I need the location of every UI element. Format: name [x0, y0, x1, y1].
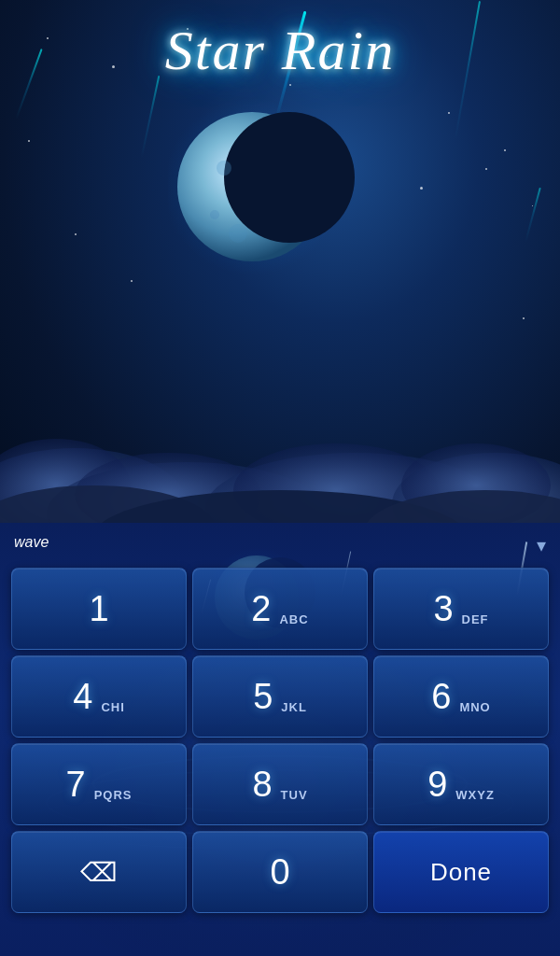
svg-point-6: [229, 224, 247, 243]
key-backspace[interactable]: ⌫: [11, 831, 187, 913]
star: [523, 317, 525, 319]
app-title: Star Rain: [0, 19, 560, 83]
star: [75, 233, 77, 235]
key-6[interactable]: 6 MNO: [373, 655, 549, 738]
star: [131, 280, 133, 282]
key-7[interactable]: 7 PQRS: [11, 743, 187, 825]
key-0[interactable]: 0: [192, 831, 368, 913]
key-done[interactable]: Done: [373, 831, 549, 913]
app: Star Rain: [0, 0, 560, 956]
key-1[interactable]: 1: [11, 568, 187, 650]
star: [504, 149, 506, 151]
key-9[interactable]: 9 WXYZ: [373, 743, 549, 825]
key-2[interactable]: 2 ABC: [192, 568, 368, 650]
clouds: [0, 355, 560, 541]
key-8[interactable]: 8 TUV: [192, 743, 368, 825]
svg-point-4: [217, 161, 231, 176]
shooting-star: [141, 76, 161, 158]
star: [448, 112, 450, 114]
svg-point-3: [224, 112, 355, 243]
key-5[interactable]: 5 JKL: [192, 655, 368, 738]
keypad: 1 2 ABC 3 DEF 4 CHI 5 JKL: [7, 568, 553, 913]
star: [289, 84, 291, 86]
star: [420, 187, 423, 190]
key-4[interactable]: 4 CHI: [11, 655, 187, 738]
chevron-down-icon[interactable]: ▾: [537, 534, 546, 556]
shooting-star: [525, 188, 540, 242]
star: [485, 168, 487, 170]
svg-point-5: [210, 210, 219, 219]
star: [28, 140, 30, 142]
moon: [168, 93, 355, 280]
key-3[interactable]: 3 DEF: [373, 568, 549, 650]
wave-label: wave: [14, 534, 49, 551]
star: [532, 205, 533, 206]
